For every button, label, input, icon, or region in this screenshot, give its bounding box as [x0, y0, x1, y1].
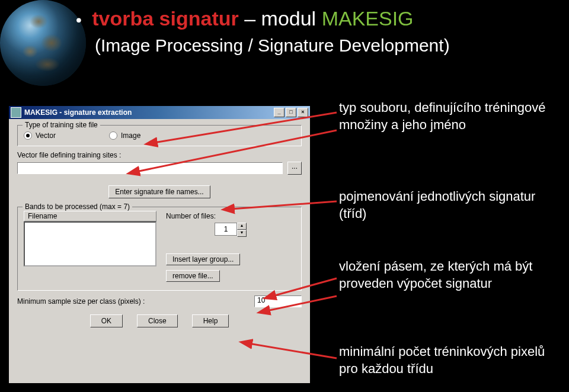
radio-image-label: Image	[121, 131, 140, 140]
app-icon	[11, 107, 21, 118]
title-part2: – modul	[244, 7, 316, 30]
numfiles-up[interactable]: ▲	[237, 223, 247, 230]
numfiles-value[interactable]: 1	[215, 223, 237, 236]
type-groupbox: Type of training site file Vector Image	[17, 125, 302, 146]
vecfile-browse-button[interactable]: ...	[287, 162, 302, 175]
vecfile-input[interactable]	[17, 162, 283, 174]
bands-legend: Bands to be processed (max = 7)	[23, 203, 132, 211]
insert-layer-label: Insert layer group...	[172, 255, 234, 264]
close-button[interactable]: ×	[298, 108, 308, 117]
radio-image[interactable]: Image	[109, 131, 140, 140]
minsample-input[interactable]: 10	[254, 295, 302, 307]
vecfile-label: Vector file defining training sites :	[17, 151, 302, 159]
bands-groupbox: Bands to be processed (max = 7) Filename…	[17, 207, 302, 291]
enter-sig-button[interactable]: Enter signature file names...	[108, 185, 210, 198]
radio-vector-icon	[24, 131, 32, 140]
close-dialog-button[interactable]: Close	[137, 314, 178, 327]
numfiles-down[interactable]: ▼	[237, 230, 247, 237]
annotation-sig: pojmenování jednotlivých signatur (tříd)	[339, 188, 552, 222]
radio-image-icon	[109, 131, 117, 140]
filename-listbox[interactable]	[24, 221, 156, 266]
bullet-icon: •	[76, 11, 82, 29]
title-part1: tvorba signatur	[92, 7, 238, 30]
help-label: Help	[203, 317, 218, 325]
filename-header: Filename	[24, 211, 156, 221]
annotation-type: typ souboru, definujícího tréningové mno…	[339, 99, 552, 133]
remove-file-button[interactable]: remove file...	[166, 270, 220, 282]
close-label: Close	[148, 317, 167, 325]
annotation-minsample: minimální počet tréninkových pixelů pro …	[339, 343, 564, 377]
title-line: • tvorba signatur – modul MAKESIG	[76, 7, 414, 30]
radio-vector[interactable]: Vector	[24, 131, 56, 140]
titlebar[interactable]: MAKESIG - signature extraction _ □ ×	[9, 106, 310, 119]
help-button[interactable]: Help	[192, 314, 229, 327]
title-part3: MAKESIG	[322, 7, 414, 30]
title-sub: (Image Processing / Signature Developmen…	[95, 36, 450, 56]
makesig-dialog: MAKESIG - signature extraction _ □ × Typ…	[8, 105, 311, 384]
insert-layer-button[interactable]: Insert layer group...	[166, 253, 240, 265]
type-legend: Type of training site file	[23, 121, 100, 129]
globe-image	[0, 0, 86, 86]
ok-button[interactable]: OK	[90, 314, 123, 327]
ok-label: OK	[101, 317, 111, 325]
dialog-title: MAKESIG - signature extraction	[24, 108, 132, 117]
radio-vector-label: Vector	[36, 131, 56, 140]
numfiles-spinner[interactable]: 1 ▲ ▼	[215, 223, 247, 237]
annotation-bands: vložení pásem, ze kterých má být provede…	[339, 258, 564, 292]
numfiles-label: Number of files:	[166, 212, 216, 220]
remove-file-label: remove file...	[172, 272, 213, 280]
enter-sig-label: Enter signature file names...	[115, 188, 203, 196]
maximize-button[interactable]: □	[286, 108, 296, 117]
minimize-button[interactable]: _	[274, 108, 284, 117]
minsample-label: Minimum sample size per class (pixels) :	[17, 297, 250, 306]
